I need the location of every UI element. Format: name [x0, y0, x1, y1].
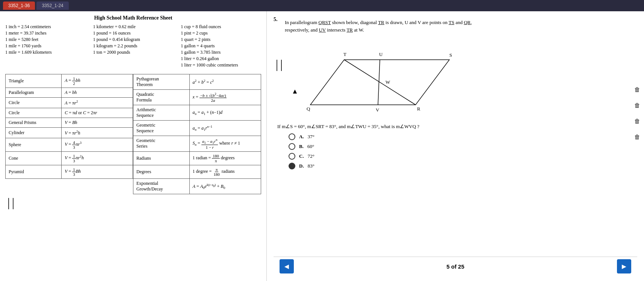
formula-value: V = πr2h [62, 128, 133, 138]
formula-name: GeometricSequence [133, 121, 190, 136]
table-row: Parallelogram A = bh [6, 88, 133, 98]
formula-value: 1 radian = 180π degrees [189, 151, 261, 165]
radio-d[interactable] [289, 163, 295, 169]
answer-choice-a[interactable]: A. 37° [289, 133, 637, 140]
table-row: Cone V = 13πr2h [6, 152, 133, 165]
question-text: In parallelogram QRST shown below, diago… [285, 19, 637, 33]
conv-col-1: 1 inch = 2.54 centimeters 1 meter = 39.3… [5, 24, 86, 69]
tab-3352-24[interactable]: 3352_1-24 [36, 2, 68, 10]
formula-value: V = 43πr3 [62, 138, 133, 152]
formula-right: PythagoreanTheorem a2 + b2 = c2 Quadrati… [133, 74, 261, 194]
shape-name: Parallelogram [6, 88, 62, 98]
formula-value: A = 12bh [62, 74, 133, 88]
q-qr-label: QR [464, 20, 470, 25]
table-row: ArithmeticSequence an = a1 + (n−1)d [133, 105, 261, 121]
forward-button[interactable]: ► [617, 259, 631, 273]
answer-choice-d[interactable]: D. 83° [289, 163, 637, 169]
right-panel: 5. In parallelogram QRST shown below, di… [267, 11, 644, 281]
shape-name: General Prisms [6, 118, 62, 128]
answer-label-c: C. [299, 153, 304, 159]
back-button[interactable]: ◄ [280, 259, 294, 273]
trash-icon-4[interactable]: 🗑 [634, 134, 640, 140]
formula-table-right: PythagoreanTheorem a2 + b2 = c2 Quadrati… [133, 74, 261, 194]
label-t: T [343, 51, 346, 57]
conv-item: 1 liter = 1000 cubic centimeters [181, 62, 261, 68]
formula-value: A = A0ek(t−t0) + B0 [189, 178, 261, 194]
table-row: PythagoreanTheorem a2 + b2 = c2 [133, 74, 261, 90]
formula-left: Triangle A = 12bh Parallelogram A = bh C… [5, 74, 133, 194]
radio-a[interactable] [289, 133, 295, 140]
separator-line-r2 [281, 60, 282, 71]
answer-choice-c[interactable]: C. 72° [289, 153, 637, 160]
trash-icon-1[interactable]: 🗑 [634, 86, 640, 93]
shape-name: Circle [6, 98, 62, 108]
radio-c[interactable] [289, 153, 295, 160]
label-s: S [449, 52, 452, 58]
answer-choice-b[interactable]: B. 60° [289, 143, 637, 150]
formula-name: Degrees [133, 165, 190, 178]
conv-item: 1 gallon = 3.785 liters [181, 50, 261, 55]
conv-col-3: 1 cup = 8 fluid ounces 1 pint = 2 cups 1… [181, 24, 261, 69]
shape-name: Pyramid [6, 165, 62, 179]
table-row: Sphere V = 43πr3 [6, 138, 133, 152]
formula-value: a2 + b2 = c2 [189, 74, 261, 90]
formula-value: V = 13πr2h [62, 152, 133, 165]
conv-col-2: 1 kilometer = 0.62 mile 1 pound = 16 oun… [93, 24, 174, 69]
tab-1352-36[interactable]: 3352_1-36 [3, 2, 35, 10]
conv-item: 1 cup = 8 fluid ounces [181, 24, 261, 30]
bottom-nav: ◄ 5 of 25 ► [274, 257, 637, 276]
table-row: Degrees 1 degree = π180 radians [133, 165, 261, 178]
separator-line [13, 198, 14, 209]
question-number: 5. [274, 17, 278, 23]
formula-value: C = πd or C = 2πr [62, 108, 133, 118]
answer-value-c: 72° [308, 153, 314, 159]
formula-table-left: Triangle A = 12bh Parallelogram A = bh C… [5, 74, 133, 179]
conv-item: 1 gallon = 4 quarts [181, 43, 261, 49]
table-row: Circle A = πr2 [6, 98, 133, 108]
formula-value: V = Bh [62, 118, 133, 128]
trash-icons-container: 🗑 🗑 🗑 🗑 [634, 86, 640, 140]
table-row: Triangle A = 12bh [6, 74, 133, 88]
table-row: QuadraticFormula x = −b ± √(b2−4ac)2a [133, 90, 261, 105]
formula-value: A = πr2 [62, 98, 133, 108]
q-tr-label: TR [378, 20, 384, 25]
q-text-part3: and [454, 20, 464, 25]
conv-item: 1 pound = 16 ounces [93, 30, 174, 36]
q-text-part4: , [470, 20, 472, 25]
answer-choices: A. 37° B. 60° C. 72° D. 83° [289, 133, 637, 169]
answer-value-a: 37° [308, 134, 314, 140]
trash-icon-2[interactable]: 🗑 [634, 102, 640, 109]
formula-value: V = 13Bh [62, 165, 133, 179]
radio-b[interactable] [289, 143, 295, 150]
conversions-section: 1 inch = 2.54 centimeters 1 meter = 39.3… [5, 24, 261, 69]
conv-item: 1 inch = 2.54 centimeters [5, 24, 86, 30]
answer-label-b: B. [299, 144, 304, 150]
table-row: ExponentialGrowth/Decay A = A0ek(t−t0) +… [133, 178, 261, 194]
table-row: GeometricSeries Sn = a1 − a1rn1 − r wher… [133, 136, 261, 152]
shape-name: Sphere [6, 138, 62, 152]
formula-name: ArithmeticSequence [133, 105, 190, 121]
shape-name: Cylinder [6, 128, 62, 138]
q-ts-label: TS [449, 20, 454, 25]
formula-value: an = a1 + (n−1)d [189, 105, 261, 121]
trash-icon-3[interactable]: 🗑 [634, 118, 640, 125]
conv-item: 1 mile = 5280 feet [5, 37, 86, 42]
diagram-area: T U S Q V R W ▲ [288, 37, 461, 120]
geometry-diagram: T U S Q V R W ▲ [288, 37, 461, 120]
condition-text: If m∠S = 60°, m∠SRT = 83°, and m∠TWU = 3… [277, 124, 637, 130]
formula-value: Sn = a1 − a1rn1 − r where r ≠ 1 [189, 136, 261, 152]
shape-name: Cone [6, 152, 62, 165]
label-v: V [376, 107, 379, 113]
formula-value: x = −b ± √(b2−4ac)2a [189, 90, 261, 105]
answer-label-a: A. [299, 134, 304, 140]
formula-name: QuadraticFormula [133, 90, 190, 105]
conv-item: 1 pound = 0.454 kilogram [93, 37, 174, 42]
conv-item: 1 mile = 1760 yards [5, 43, 86, 49]
formula-value: 1 degree = π180 radians [189, 165, 261, 178]
conv-item: 1 meter = 39.37 inches [5, 30, 86, 36]
table-row: GeometricSequence an = a1rn−1 [133, 121, 261, 136]
table-row: Pyramid V = 13Bh [6, 165, 133, 179]
formula-name: GeometricSeries [133, 136, 190, 152]
ref-sheet-title: High School Math Reference Sheet [5, 15, 261, 21]
conv-item: 1 kilogram = 2.2 pounds [93, 43, 174, 49]
